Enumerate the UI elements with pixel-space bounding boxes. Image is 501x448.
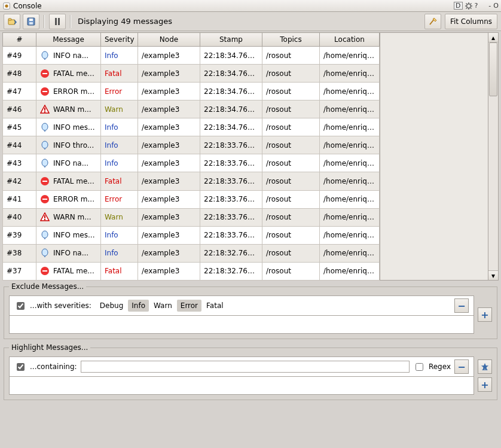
cell-severity: Info [101,154,138,172]
exclude-filter-row: ...with severities: DebugInfoWarnErrorFa… [9,295,474,316]
highlight-text-input[interactable] [81,361,410,373]
table-row[interactable]: #49INFO na...Info/example322:18:34.763..… [3,47,380,65]
cell-location: /home/enriqu... [320,154,380,172]
highlight-regex-checkbox[interactable] [416,363,423,371]
severity-chip-debug[interactable]: Debug [96,300,127,312]
scroll-track[interactable] [488,42,498,270]
cell-num: #41 [3,190,36,208]
cell-message: ERROR m... [36,190,101,208]
highlight-containing-checkbox[interactable] [17,363,25,371]
fit-columns-label: Fit Columns [450,17,492,26]
add-highlight-filter-button[interactable]: + [478,377,492,392]
exclude-severities-checkbox[interactable] [17,302,25,310]
cell-severity: Error [101,83,138,100]
cell-node: /example3 [138,208,200,226]
table-row[interactable]: #44INFO thro...Info/example322:18:33.763… [3,136,380,154]
message-count-label: Displaying 49 messages [78,17,172,26]
table-row[interactable]: #43INFO na...Info/example322:18:33.763..… [3,154,380,172]
cell-topics: /rosout [262,83,320,100]
cell-message-text: FATAL me... [53,267,94,275]
table-row[interactable]: #46WARN m...Warn/example322:18:34.762...… [3,100,380,118]
scroll-up-arrow-icon[interactable]: ▴ [488,33,498,42]
cell-location: /home/enriqu... [320,208,380,226]
cell-num: #43 [3,154,36,172]
table-row[interactable]: #45INFO mes...Info/example322:18:34.762.… [3,118,380,136]
remove-highlight-filter-button[interactable]: − [454,359,469,374]
col-header-message[interactable]: Message [36,33,101,47]
add-exclude-filter-button[interactable]: + [478,307,492,322]
scroll-down-arrow-icon[interactable]: ▾ [488,270,498,280]
cell-message-text: FATAL me... [53,69,94,78]
table-row[interactable]: #47ERROR m...Error/example322:18:34.763.… [3,83,380,100]
cell-location: /home/enriqu... [320,100,380,118]
pause-button[interactable] [49,14,66,29]
cell-node: /example3 [138,47,200,65]
close-button[interactable]: O [493,2,499,10]
cell-topics: /rosout [262,100,320,118]
table-row[interactable]: #39INFO mes...Info/example322:18:33.762.… [3,226,380,244]
help-button[interactable]: ? [475,2,478,10]
table-row[interactable]: #38INFO na...Info/example322:18:32.763..… [3,244,380,262]
cell-stamp: 22:18:33.762... [200,226,262,244]
cell-num: #49 [3,47,36,65]
minimize-button[interactable]: - [488,2,491,10]
col-header-node[interactable]: Node [138,33,200,47]
severity-chip-fatal[interactable]: Fatal [203,300,227,312]
cell-location: /home/enriqu... [320,226,380,244]
col-header-severity[interactable]: Severity [101,33,138,47]
col-header-stamp[interactable]: Stamp [200,33,262,47]
severity-chip-warn[interactable]: Warn [150,300,176,312]
table-row[interactable]: #40WARN m...Warn/example322:18:33.762...… [3,208,380,226]
highlight-filter-row: ...containing: Regex − [9,356,474,377]
table-row[interactable]: #48FATAL me...Fatal/example322:18:34.763… [3,65,380,83]
cell-topics: /rosout [262,190,320,208]
cell-severity: Info [101,118,138,136]
cell-node: /example3 [138,244,200,262]
fit-columns-button[interactable]: Fit Columns [445,14,497,29]
cell-message: INFO na... [36,47,101,65]
cell-message: FATAL me... [36,65,101,83]
error-icon [40,194,50,204]
exclude-messages-group: Exclude Messages... ...with severities: … [4,287,497,339]
vertical-scrollbar[interactable]: ▴ ▾ [488,32,499,281]
save-button[interactable] [23,14,39,29]
cell-node: /example3 [138,83,200,100]
messages-table[interactable]: # Message Severity Node Stamp Topics Loc… [2,32,380,281]
col-header-topics[interactable]: Topics [262,33,320,47]
cell-severity: Warn [101,208,138,226]
clear-highlight-button[interactable] [478,359,492,374]
cell-message-text: INFO thro... [53,141,94,150]
settings-gear-icon[interactable] [465,2,472,10]
table-row[interactable]: #42FATAL me...Fatal/example322:18:33.763… [3,172,380,190]
exclude-severities-label: ...with severities: [30,301,91,310]
highlight-messages-group: Highlight Messages... ...containing: Reg… [4,348,497,400]
broom-icon [428,17,438,26]
cell-message-text: INFO na... [53,51,88,60]
dock-button[interactable]: D [454,2,462,10]
cell-message-text: WARN m... [53,213,91,221]
exclude-filters-list [9,316,474,334]
table-row[interactable]: #41ERROR m...Error/example322:18:33.763.… [3,190,380,208]
warn-icon [40,105,50,114]
cell-topics: /rosout [262,244,320,262]
cell-message-text: INFO mes... [53,123,94,132]
open-button[interactable] [4,14,20,29]
fatal-icon [40,69,50,78]
clear-button[interactable] [424,14,441,29]
severity-chip-error[interactable]: Error [177,300,201,312]
cell-message: INFO na... [36,244,101,262]
cell-severity: Info [101,47,138,65]
cell-topics: /rosout [262,118,320,136]
toolbar: Displaying 49 messages Fit Columns [0,12,501,31]
cell-num: #46 [3,100,36,118]
col-header-num[interactable]: # [3,33,36,47]
scroll-thumb[interactable] [489,42,497,96]
table-header-row: # Message Severity Node Stamp Topics Loc… [3,33,380,47]
severity-chip-info[interactable]: Info [128,300,149,312]
cell-topics: /rosout [262,154,320,172]
cell-topics: /rosout [262,172,320,190]
cell-location: /home/enriqu... [320,118,380,136]
table-row[interactable]: #37FATAL me...Fatal/example322:18:32.763… [3,262,380,280]
col-header-location[interactable]: Location [320,33,380,47]
remove-exclude-filter-button[interactable]: − [454,298,469,313]
